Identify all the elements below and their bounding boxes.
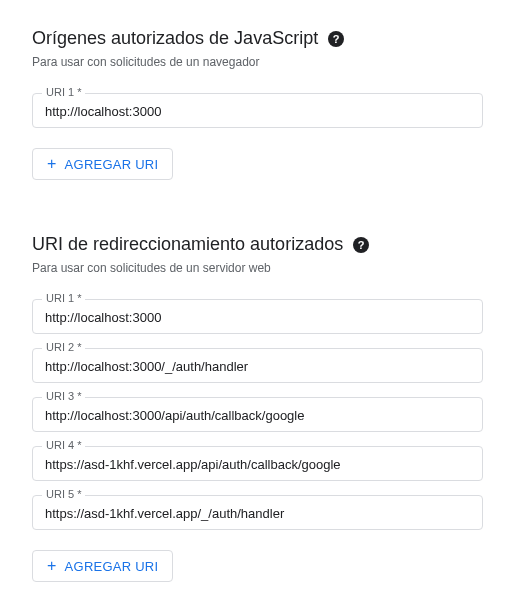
add-uri-label: AGREGAR URI [65, 559, 159, 574]
section-header: Orígenes autorizados de JavaScript ? [32, 28, 483, 49]
uri-field: URI 5 * [32, 495, 483, 530]
uri-input[interactable] [32, 446, 483, 481]
uri-field: URI 2 * [32, 348, 483, 383]
section-subtitle: Para usar con solicitudes de un servidor… [32, 261, 483, 275]
field-label: URI 1 * [42, 292, 85, 304]
plus-icon: + [47, 156, 57, 172]
add-uri-label: AGREGAR URI [65, 157, 159, 172]
uri-input[interactable] [32, 93, 483, 128]
uri-field: URI 1 * [32, 93, 483, 128]
help-icon[interactable]: ? [353, 237, 369, 253]
js-origins-section: Orígenes autorizados de JavaScript ? Par… [32, 28, 483, 180]
redirects-fields: URI 1 * URI 2 * URI 3 * URI 4 * URI 5 * [32, 299, 483, 530]
section-subtitle: Para usar con solicitudes de un navegado… [32, 55, 483, 69]
uri-input[interactable] [32, 348, 483, 383]
field-label: URI 1 * [42, 86, 85, 98]
field-label: URI 5 * [42, 488, 85, 500]
add-uri-button[interactable]: + AGREGAR URI [32, 148, 173, 180]
field-label: URI 4 * [42, 439, 85, 451]
plus-icon: + [47, 558, 57, 574]
field-label: URI 2 * [42, 341, 85, 353]
uri-field: URI 3 * [32, 397, 483, 432]
section-title: URI de redireccionamiento autorizados [32, 234, 343, 255]
uri-field: URI 1 * [32, 299, 483, 334]
help-icon[interactable]: ? [328, 31, 344, 47]
uri-input[interactable] [32, 397, 483, 432]
redirect-uris-section: URI de redireccionamiento autorizados ? … [32, 234, 483, 582]
uri-input[interactable] [32, 495, 483, 530]
uri-field: URI 4 * [32, 446, 483, 481]
add-uri-button[interactable]: + AGREGAR URI [32, 550, 173, 582]
origins-fields: URI 1 * [32, 93, 483, 128]
section-header: URI de redireccionamiento autorizados ? [32, 234, 483, 255]
uri-input[interactable] [32, 299, 483, 334]
field-label: URI 3 * [42, 390, 85, 402]
section-title: Orígenes autorizados de JavaScript [32, 28, 318, 49]
